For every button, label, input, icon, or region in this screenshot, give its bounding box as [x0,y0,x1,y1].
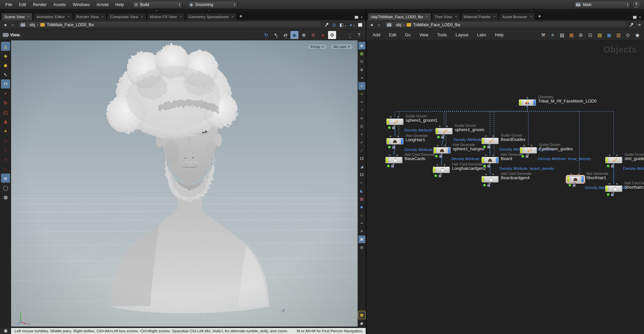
stereo-glasses-icon[interactable]: ∞ [358,114,365,122]
scene-viewport[interactable]: Persp▼ No cam▼ x ↺ [11,40,358,328]
snap-point-magnet-icon[interactable]: ∩ [1,155,10,164]
node-connector[interactable] [492,174,494,175]
display-diamond-icon[interactable]: ◆ [358,203,365,211]
tab-close-icon[interactable]: × [493,15,495,18]
tab-close-icon[interactable]: × [28,15,30,18]
node-list-icon[interactable]: ▤ [558,31,566,39]
network-node-Beardcardgen4[interactable]: Hair Card GenerateBeardcardgen4 [481,176,499,183]
show-handles-icon[interactable]: ◆ [290,31,298,39]
node-connector[interactable] [616,183,618,185]
node-connector[interactable] [390,136,392,137]
group-frame-icon[interactable]: □ [358,211,365,219]
tab-material-palette[interactable]: Material Palette × [461,13,499,20]
node-display-flag[interactable] [482,138,484,144]
node-connector[interactable] [397,136,399,137]
net-menu-add[interactable]: Add [369,30,384,40]
network-node-sphere1_groom[interactable]: Guide Groomsphere1_groom [435,128,453,135]
menu-windows[interactable]: Windows [69,0,93,9]
node-render-flag[interactable] [496,157,498,163]
menu-assets[interactable]: Assets [50,0,70,9]
node-display-flag[interactable] [387,119,389,124]
pane-splitter[interactable]: ▾ :::::::: ▾ [366,9,644,12]
display-points-icon[interactable]: • [358,131,365,138]
view-box-icon[interactable]: ⊡ [358,122,365,130]
breadcrumb-current[interactable]: TribMale_Face_LOD0_fbx [407,23,460,27]
node-connector[interactable] [492,135,494,137]
net-menu-go[interactable]: Go [401,30,414,40]
visibility-eye-icon[interactable]: ◉ [358,320,365,327]
geometry-cube-icon[interactable]: ◧ [339,22,344,27]
shader-ball-icon[interactable]: ◕ [350,22,352,27]
camera-tool-icon[interactable]: ◙ [1,174,10,183]
menu-arnold[interactable]: Arnold [93,0,112,9]
splitter-collapse-left-icon[interactable]: ▾ [478,9,480,12]
node-connector[interactable] [609,183,610,185]
nav-back-icon[interactable]: ◄ [368,23,374,27]
network-grid-icon[interactable]: ⊞ [577,31,585,39]
tab-close-icon[interactable]: × [180,15,182,18]
nav-back-icon[interactable]: ◄ [2,23,8,27]
normal-lighting-icon[interactable]: ○ [358,82,365,90]
nav-forward-icon[interactable]: ► [10,23,16,27]
grid-plane-icon[interactable]: ▦ [358,50,365,58]
net-menu-edit[interactable]: Edit [385,30,400,40]
box-zoom-icon[interactable]: ⊕ [300,31,308,39]
splitter-collapse-left-icon[interactable]: ▾ [156,9,157,12]
tab-animation-editor[interactable]: Animation Editor × [33,13,73,20]
network-node-shrt_guides[interactable]: Guide Groomshrt_guides [605,157,622,163]
tab-close-icon[interactable]: × [232,15,234,18]
node-name-label[interactable]: sphere1_hairgen [453,147,484,151]
net-menu-layout[interactable]: Layout [452,30,472,40]
node-connector[interactable] [446,125,448,127]
scale-tool-icon[interactable]: ◰ [1,108,10,117]
path-field[interactable]: obj › TribMale_Face_LOD0_fbx [18,21,322,28]
view-mask-icon[interactable]: ◯ [1,183,10,192]
node-name-label[interactable]: sphere1_groom1 [406,118,438,123]
tab-close-icon[interactable]: × [530,15,532,18]
snap-grid-magnet-icon[interactable]: ∩ [1,136,10,145]
menu-help[interactable]: Help [112,0,127,9]
add-light-icon[interactable]: + [358,98,365,106]
splitter-collapse-right-icon[interactable]: ▾ [209,9,210,12]
node-display-flag[interactable] [606,157,608,163]
pane-splitter[interactable]: ▾ :::::::: ▾ [0,9,366,12]
network-node-BeardGuides[interactable]: Guide GroomBeardGuides [481,138,499,144]
node-name-label[interactable]: Beard [501,156,523,161]
splitter-grip-icon[interactable]: :::::::: [177,9,189,12]
rotate-tool-icon[interactable]: ↻ [1,98,10,107]
asset-box-icon[interactable]: ▥ [614,31,622,39]
node-name-label[interactable]: EyeBrows_guides [539,147,573,151]
lock-selection-icon[interactable]: ⊓ [1,79,10,88]
nav-forward-icon[interactable]: ► [376,23,383,27]
display-white-icon[interactable] [358,23,362,27]
pane-link-icon[interactable]: ∵▾ [346,31,354,39]
view-tool-button[interactable]: View ▾ [3,33,21,37]
spinner-arrows-icon[interactable]: ▴▾ [627,3,628,7]
network-node-sphere1_groom1[interactable]: Guide Groomsphere1_groom1 [386,118,404,125]
display-settings-gear-icon[interactable]: ⚙ [328,31,336,39]
node-connector[interactable] [616,154,618,156]
pane-maximize-icon[interactable] [633,16,637,19]
spinner-arrows-icon[interactable]: ▴▾ [234,3,235,7]
pin-pane-icon[interactable] [630,23,634,27]
node-name-label[interactable]: BaseCards [405,156,436,161]
node-render-flag[interactable] [533,100,535,105]
node-display-flag[interactable] [436,128,438,134]
checker-material-icon[interactable]: ◔ [358,106,365,114]
breadcrumb-root[interactable]: obj [387,23,401,27]
net-menu-view[interactable]: View [415,30,432,40]
node-name-label[interactable]: BeardGuides [501,137,525,142]
tab-close-icon[interactable]: × [455,15,457,18]
move-tool-icon[interactable]: + [1,89,10,98]
pane-maximize-icon[interactable] [355,16,358,19]
link-pane-icon[interactable]: ⇥ [637,22,641,27]
shelf-selector-grooming[interactable]: ◉ Grooming ▴▾ [187,1,238,8]
node-name-label[interactable]: LongHair1 [406,138,428,142]
tab-render-view[interactable]: Render View × [74,13,107,20]
node-connector[interactable] [531,145,532,146]
hide-unselected-icon[interactable]: ⊘ [309,31,317,39]
spinner-arrows-icon[interactable]: ▴▾ [179,3,180,7]
new-tab-button[interactable]: + [237,13,245,20]
network-node-Longhaircardgen2[interactable]: Hair Card GenerateLonghaircardgen2 [433,166,450,173]
select-components-icon[interactable]: ◈ [1,51,10,60]
